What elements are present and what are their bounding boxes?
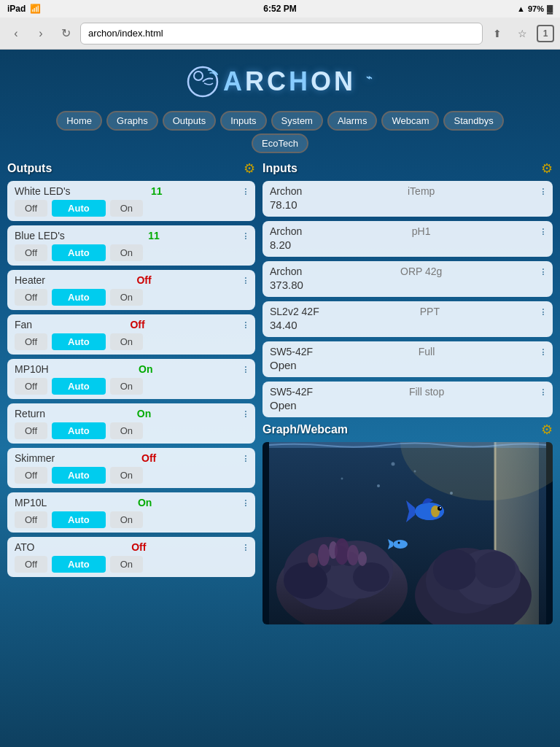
output-name-skimmer: Skimmer (15, 452, 55, 464)
graph-webcam-title: Graph/Webcam (262, 423, 348, 436)
nav-home[interactable]: Home (56, 111, 102, 131)
svg-point-16 (335, 538, 349, 565)
btn-on-white-leds[interactable]: On (110, 200, 143, 217)
btn-auto-skimmer[interactable]: Auto (52, 467, 106, 484)
svg-point-34 (450, 492, 453, 495)
output-status-fan: Off (130, 319, 144, 330)
output-status-return: On (137, 408, 151, 419)
output-buttons-skimmer: Off Auto On (15, 467, 248, 484)
btn-off-mp10h[interactable]: Off (15, 378, 47, 395)
btn-off-skimmer[interactable]: Off (15, 467, 47, 484)
btn-on-fan[interactable]: On (110, 333, 143, 350)
input-row1-sw5-fillstop: SW5-42F Fill stop ⫶ (270, 386, 545, 398)
btn-on-return[interactable]: On (110, 422, 143, 439)
btn-auto-heater[interactable]: Auto (52, 289, 106, 306)
input-name-ppt: PPT (420, 306, 440, 317)
btn-on-mp10h[interactable]: On (110, 378, 143, 395)
output-row1-skimmer: Skimmer Off ⫶ (15, 452, 248, 464)
svg-point-31 (398, 542, 400, 544)
nav-alarms[interactable]: Alarms (327, 111, 377, 131)
nav-graphs[interactable]: Graphs (106, 111, 158, 131)
output-card-fan: Fan Off ⫶ Off Auto On (7, 314, 255, 355)
url-bar[interactable] (80, 23, 483, 44)
filter-icon-sw5-fillstop: ⫶ (540, 386, 545, 398)
svg-point-18 (347, 545, 359, 565)
filter-icon-orp: ⫶ (540, 266, 545, 277)
output-row1-blue-leds: Blue LED's 11 ⫶ (15, 230, 248, 241)
btn-auto-ato[interactable]: Auto (52, 556, 106, 573)
filter-icon-blue-leds: ⫶ (243, 230, 248, 241)
btn-off-ato[interactable]: Off (15, 556, 47, 573)
inputs-gear-icon[interactable]: ⚙ (541, 160, 553, 177)
nav-ecotech[interactable]: EcoTech (252, 133, 308, 153)
status-left: iPad 📶 (7, 4, 41, 14)
share-button[interactable]: ⬆ (487, 23, 508, 44)
input-value-ppt: 34.40 (270, 317, 545, 333)
input-name-sw5-fillstop: Fill stop (409, 386, 444, 398)
output-name-return: Return (15, 408, 45, 419)
webcam-container (262, 442, 553, 624)
outputs-header: Outputs ⚙ (7, 160, 255, 177)
output-buttons-mp10l: Off Auto On (15, 511, 248, 528)
output-status-mp10h: On (139, 363, 152, 375)
btn-auto-fan[interactable]: Auto (52, 333, 106, 350)
graph-webcam-gear-icon[interactable]: ⚙ (541, 422, 553, 438)
btn-on-ato[interactable]: On (110, 556, 143, 573)
filter-icon-ppt: ⫶ (540, 306, 545, 317)
outputs-gear-icon[interactable]: ⚙ (244, 160, 255, 177)
nav-inputs[interactable]: Inputs (220, 111, 266, 131)
tab-count[interactable]: 1 (537, 25, 554, 42)
btn-off-fan[interactable]: Off (15, 333, 47, 350)
svg-point-14 (318, 544, 330, 566)
nav-standbys[interactable]: Standbys (443, 111, 503, 131)
filter-icon-mp10l: ⫶ (243, 497, 248, 508)
filter-icon-heater: ⫶ (243, 274, 248, 286)
input-row1-ppt: SL2v2 42F PPT ⫶ (270, 306, 545, 317)
output-buttons-blue-leds: Off Auto On (15, 244, 248, 261)
graph-webcam-header: Graph/Webcam ⚙ (262, 422, 553, 438)
btn-on-skimmer[interactable]: On (110, 467, 143, 484)
svg-point-28 (438, 506, 442, 511)
svg-point-33 (414, 471, 416, 473)
output-name-blue-leds: Blue LED's (15, 230, 65, 241)
btn-on-heater[interactable]: On (110, 289, 143, 306)
filter-icon-white-leds: ⫶ (243, 185, 248, 197)
input-source-ph1: Archon (270, 225, 302, 237)
btn-on-blue-leds[interactable]: On (110, 244, 143, 261)
nav-system[interactable]: System (271, 111, 323, 131)
status-time: 6:52 PM (263, 4, 296, 14)
input-name-orp: ORP 42g (400, 266, 442, 277)
output-status-mp10l: On (138, 497, 152, 508)
output-status-skimmer: Off (141, 452, 156, 464)
nav-outputs[interactable]: Outputs (163, 111, 217, 131)
btn-auto-mp10h[interactable]: Auto (52, 378, 106, 395)
input-row1-orp: Archon ORP 42g ⫶ (270, 266, 545, 277)
btn-auto-return[interactable]: Auto (52, 422, 106, 439)
output-name-ato: ATO (15, 541, 35, 553)
refresh-button[interactable]: ↻ (55, 23, 76, 44)
btn-off-mp10l[interactable]: Off (15, 511, 47, 528)
status-right: ▲ 97% ▓ (517, 4, 553, 13)
output-card-mp10l: MP10L On ⫶ Off Auto On (7, 492, 255, 533)
btn-off-heater[interactable]: Off (15, 289, 47, 306)
btn-off-return[interactable]: Off (15, 422, 47, 439)
main-content: ARCHON ⌁ Home Graphs Outputs Inputs Syst… (0, 50, 560, 639)
bookmark-button[interactable]: ☆ (512, 23, 532, 44)
filter-icon-mp10h: ⫶ (243, 363, 248, 375)
nav-webcam[interactable]: Webcam (381, 111, 439, 131)
output-status-blue-leds: 11 (148, 230, 160, 241)
btn-off-blue-leds[interactable]: Off (15, 244, 47, 261)
output-row1-fan: Fan Off ⫶ (15, 319, 248, 330)
input-name-sw5-full: Full (419, 346, 435, 357)
btn-off-white-leds[interactable]: Off (15, 200, 47, 217)
btn-auto-blue-leds[interactable]: Auto (52, 244, 106, 261)
btn-on-mp10l[interactable]: On (110, 511, 143, 528)
logo-icon (185, 64, 220, 99)
input-card-itemp: Archon iTemp ⫶ 78.10 (262, 181, 553, 217)
input-name-ph1: pH1 (412, 225, 431, 237)
btn-auto-white-leds[interactable]: Auto (52, 200, 106, 217)
back-button[interactable]: ‹ (6, 23, 26, 44)
forward-button[interactable]: › (31, 23, 51, 44)
btn-auto-mp10l[interactable]: Auto (52, 511, 106, 528)
output-row1-white-leds: White LED's 11 ⫶ (15, 185, 248, 197)
